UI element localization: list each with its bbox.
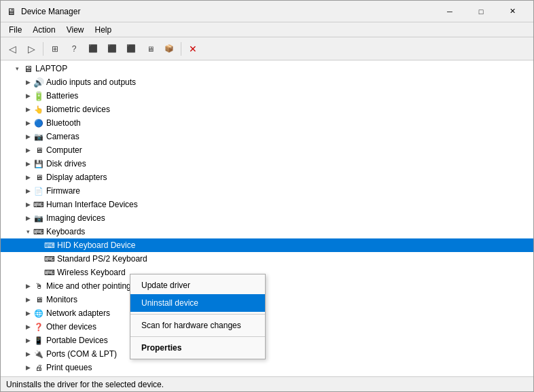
hid-label: Human Interface Devices [46, 200, 138, 209]
display-icon: 🖥 [33, 172, 44, 183]
tree-item-keyboards[interactable]: ▾ ⌨ Keyboards [1, 225, 533, 238]
portable-label: Portable Devices [46, 336, 108, 345]
tree-item-ports[interactable]: ▶ 🔌 Ports (COM & LPT) [1, 347, 533, 361]
close-button[interactable]: ✕ [497, 1, 528, 22]
status-bar: Uninstalls the driver for the selected d… [1, 376, 533, 391]
tree-item-hid[interactable]: ▶ ⌨ Human Interface Devices [1, 198, 533, 211]
ctx-separator-1 [130, 314, 265, 315]
tree-item-disk[interactable]: ▶ 💾 Disk drives [1, 157, 533, 171]
cameras-expand[interactable]: ▶ [22, 131, 33, 142]
mice-expand[interactable]: ▶ [22, 281, 33, 291]
bluetooth-expand[interactable]: ▶ [22, 118, 33, 128]
firmware-expand[interactable]: ▶ [22, 185, 33, 196]
menu-view[interactable]: View [61, 24, 90, 36]
disk-label: Disk drives [46, 159, 86, 168]
portable-icon: 📱 [33, 335, 44, 346]
audio-expand[interactable]: ▶ [22, 77, 33, 88]
uninstall-button[interactable]: ✕ [184, 40, 202, 58]
monitors-expand[interactable]: ▶ [22, 294, 33, 305]
display-label: Display adapters [46, 173, 107, 182]
scan-hardware-button[interactable]: ⬛ [122, 40, 140, 58]
ps2-kbd-icon: ⌨ [44, 253, 55, 264]
batteries-expand[interactable]: ▶ [22, 90, 33, 101]
network-expand[interactable]: ▶ [22, 308, 33, 319]
tree-item-ps2-keyboard[interactable]: ▶ ⌨ Standard PS/2 Keyboard [1, 252, 533, 266]
tree-item-hid-keyboard[interactable]: ▶ ⌨ HID Keyboard Device [1, 238, 533, 252]
network-label: Network adapters [46, 308, 110, 318]
display-expand[interactable]: ▶ [22, 172, 33, 183]
mice-icon: 🖱 [33, 281, 44, 291]
hid-kbd-icon: ⌨ [44, 240, 55, 251]
menu-action[interactable]: Action [27, 24, 60, 36]
menu-bar: File Action View Help [1, 22, 533, 37]
toolbar-separator-1 [43, 42, 43, 56]
menu-help[interactable]: Help [90, 24, 118, 36]
tree-item-display[interactable]: ▶ 🖥 Display adapters [1, 171, 533, 184]
window-title: Device Manager [21, 7, 434, 16]
other-icon: ❓ [33, 321, 44, 332]
computer-expand[interactable]: ▶ [22, 145, 33, 156]
maximize-button[interactable]: □ [465, 1, 497, 22]
audio-icon: 🔊 [33, 77, 44, 88]
tree-item-audio[interactable]: ▶ 🔊 Audio inputs and outputs [1, 75, 533, 89]
root-expand[interactable]: ▾ [12, 63, 22, 74]
add-driver-button[interactable]: 📦 [160, 40, 178, 58]
tree-item-bluetooth[interactable]: ▶ 🔵 Bluetooth [1, 116, 533, 130]
tree-root[interactable]: ▾ 🖥 LAPTOP [1, 62, 533, 75]
toolbar-separator-2 [181, 42, 181, 56]
help-button[interactable]: ? [65, 40, 83, 58]
tree-item-computer[interactable]: ▶ 🖥 Computer [1, 143, 533, 157]
imaging-expand[interactable]: ▶ [22, 213, 33, 224]
ctx-properties[interactable]: Properties [130, 339, 265, 357]
tree-item-imaging[interactable]: ▶ 📷 Imaging devices [1, 211, 533, 225]
tree-item-portable[interactable]: ▶ 📱 Portable Devices [1, 334, 533, 347]
bluetooth-icon: 🔵 [33, 118, 44, 128]
biometric-icon: 👆 [33, 104, 44, 115]
ctx-separator-2 [130, 336, 265, 337]
forward-button[interactable]: ▷ [22, 40, 40, 58]
tree-item-cameras[interactable]: ▶ 📷 Cameras [1, 130, 533, 143]
other-label: Other devices [46, 322, 96, 332]
tree-item-print-queues[interactable]: ▶ 🖨 Print queues [1, 361, 533, 374]
ctx-scan-hardware[interactable]: Scan for hardware changes [130, 317, 265, 334]
monitors-icon: 🖥 [33, 294, 44, 305]
hid-expand[interactable]: ▶ [22, 199, 33, 210]
keyboards-expand[interactable]: ▾ [22, 226, 33, 237]
bluetooth-label: Bluetooth [46, 118, 81, 128]
tree-item-network[interactable]: ▶ 🌐 Network adapters [1, 306, 533, 320]
firmware-label: Firmware [46, 186, 80, 196]
device-tree[interactable]: ▾ 🖥 LAPTOP ▶ 🔊 Audio inputs and outputs … [1, 60, 533, 376]
disk-expand[interactable]: ▶ [22, 158, 33, 169]
print-queues-expand[interactable]: ▶ [22, 362, 33, 373]
update-driver-button[interactable]: ⬛ [84, 40, 102, 58]
disable-button[interactable]: ⬛ [103, 40, 121, 58]
imaging-label: Imaging devices [46, 213, 105, 223]
ctx-update-driver[interactable]: Update driver [130, 277, 265, 294]
monitors-label: Monitors [46, 295, 77, 304]
other-expand[interactable]: ▶ [22, 321, 33, 332]
computer-props-button[interactable]: 🖥 [141, 40, 159, 58]
back-button[interactable]: ◁ [3, 40, 21, 58]
tree-item-monitors[interactable]: ▶ 🖥 Monitors [1, 293, 533, 306]
minimize-button[interactable]: ─ [434, 1, 465, 22]
tree-item-printers[interactable]: ▶ 🖨 Printers [1, 374, 533, 376]
toolbar: ◁ ▷ ⊞ ? ⬛ ⬛ ⬛ 🖥 📦 ✕ [1, 37, 533, 60]
tree-item-biometric[interactable]: ▶ 👆 Biometric devices [1, 103, 533, 116]
biometric-label: Biometric devices [46, 105, 110, 114]
printers-expand[interactable]: ▶ [22, 376, 33, 376]
properties-button[interactable]: ⊞ [46, 40, 64, 58]
tree-item-firmware[interactable]: ▶ 📄 Firmware [1, 184, 533, 198]
tree-item-mice[interactable]: ▶ 🖱 Mice and other pointing... [1, 279, 533, 293]
portable-expand[interactable]: ▶ [22, 335, 33, 346]
ctx-uninstall-device[interactable]: Uninstall device [130, 294, 265, 312]
batteries-label: Batteries [46, 91, 78, 101]
laptop-icon: 🖥 [22, 63, 33, 74]
tree-item-batteries[interactable]: ▶ 🔋 Batteries [1, 89, 533, 103]
ports-expand[interactable]: ▶ [22, 349, 33, 359]
menu-file[interactable]: File [3, 24, 27, 36]
tree-item-other[interactable]: ▶ ❓ Other devices [1, 320, 533, 334]
title-bar: 🖥 Device Manager ─ □ ✕ [1, 1, 533, 22]
biometric-expand[interactable]: ▶ [22, 104, 33, 115]
printers-icon: 🖨 [33, 376, 44, 376]
tree-item-wireless-keyboard[interactable]: ▶ ⌨ Wireless Keyboard [1, 266, 533, 279]
